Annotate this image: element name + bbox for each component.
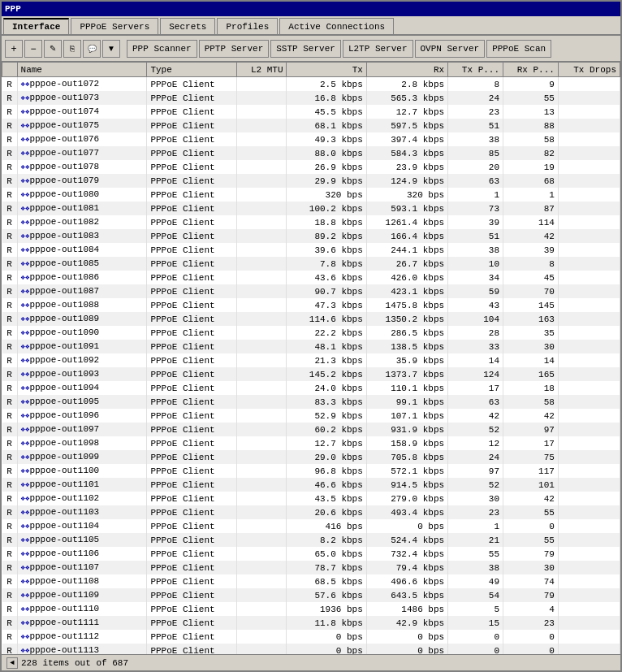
cell-tx: 22.2 kbps: [287, 326, 366, 340]
table-row[interactable]: R❖❖pppoe-out1072PPPoE Client2.5 kbps2.8 …: [2, 77, 620, 92]
cell-l2mtu: [237, 630, 287, 644]
table-row[interactable]: R❖❖pppoe-out1103PPPoE Client20.6 kbps493…: [2, 505, 620, 519]
tab-profiles[interactable]: Profiles: [217, 18, 278, 34]
table-row[interactable]: R❖❖pppoe-out1111PPPoE Client11.8 kbps42.…: [2, 616, 620, 630]
cell-rx: 423.1 kbps: [366, 284, 447, 298]
table-row[interactable]: R❖❖pppoe-out1086PPPoE Client43.6 kbps426…: [2, 271, 620, 284]
table-row[interactable]: R❖❖pppoe-out1074PPPoE Client45.5 kbps12.…: [2, 105, 620, 119]
table-row[interactable]: R❖❖pppoe-out1075PPPoE Client68.1 kbps597…: [2, 119, 620, 132]
table-row[interactable]: R❖❖pppoe-out1089PPPoE Client114.6 kbps13…: [2, 312, 620, 326]
remove-button[interactable]: −: [24, 40, 42, 58]
table-row[interactable]: R❖❖pppoe-out1109PPPoE Client57.6 kbps643…: [2, 588, 620, 602]
col-header-rx[interactable]: Rx: [366, 63, 447, 77]
table-row[interactable]: R❖❖pppoe-out1113PPPoE Client0 bps0 bps00: [2, 644, 620, 654]
cell-flag: R: [2, 616, 18, 630]
table-row[interactable]: R❖❖pppoe-out1095PPPoE Client83.3 kbps99.…: [2, 395, 620, 409]
table-row[interactable]: R❖❖pppoe-out1112PPPoE Client0 bps0 bps00: [2, 630, 620, 644]
col-header-name[interactable]: Name: [17, 63, 147, 77]
table-row[interactable]: R❖❖pppoe-out1104PPPoE Client416 bps0 bps…: [2, 519, 620, 533]
cell-l2mtu: [237, 547, 287, 561]
table-row[interactable]: R❖❖pppoe-out1090PPPoE Client22.2 kbps286…: [2, 326, 620, 340]
table-row[interactable]: R❖❖pppoe-out1077PPPoE Client88.0 kbps584…: [2, 146, 620, 160]
cell-name: ❖❖pppoe-out1106: [17, 547, 147, 561]
table-row[interactable]: R❖❖pppoe-out1101PPPoE Client46.6 kbps914…: [2, 478, 620, 492]
cell-flag: R: [2, 381, 18, 395]
table-row[interactable]: R❖❖pppoe-out1079PPPoE Client29.9 kbps124…: [2, 174, 620, 188]
cell-l2mtu: [237, 271, 287, 284]
table-row[interactable]: R❖❖pppoe-out1099PPPoE Client29.0 kbps705…: [2, 450, 620, 464]
table-row[interactable]: R❖❖pppoe-out1085PPPoE Client7.8 kbps26.7…: [2, 257, 620, 271]
table-row[interactable]: R❖❖pppoe-out1078PPPoE Client26.9 kbps23.…: [2, 160, 620, 174]
cell-flag: R: [2, 492, 18, 505]
sstp-server-button[interactable]: SSTP Server: [270, 40, 341, 58]
cell-name: ❖❖pppoe-out1109: [17, 588, 147, 602]
table-row[interactable]: R❖❖pppoe-out1105PPPoE Client8.2 kbps524.…: [2, 533, 620, 547]
table-row[interactable]: R❖❖pppoe-out1083PPPoE Client89.2 kbps166…: [2, 229, 620, 243]
table-row[interactable]: R❖❖pppoe-out1080PPPoE Client320 bps320 b…: [2, 188, 620, 202]
filter-button[interactable]: ▼: [102, 40, 120, 58]
table-row[interactable]: R❖❖pppoe-out1106PPPoE Client65.0 kbps732…: [2, 547, 620, 561]
cell-tx: 12.7 kbps: [287, 436, 366, 450]
col-header-txp[interactable]: Tx P...: [448, 63, 503, 77]
col-header-type[interactable]: Type: [147, 63, 237, 77]
col-header-flag[interactable]: [2, 63, 18, 77]
scroll-left-button[interactable]: ◄: [6, 657, 18, 669]
tab-active-connections[interactable]: Active Connections: [279, 18, 394, 34]
cell-txp: 0: [448, 644, 503, 654]
table-row[interactable]: R❖❖pppoe-out1091PPPoE Client48.1 kbps138…: [2, 340, 620, 353]
copy-button[interactable]: ⎘: [63, 40, 81, 58]
edit-button[interactable]: ✎: [44, 40, 62, 58]
table-row[interactable]: R❖❖pppoe-out1076PPPoE Client49.3 kbps397…: [2, 132, 620, 146]
col-header-txdrops[interactable]: Tx Drops: [558, 63, 620, 77]
cell-txp: 21: [448, 533, 503, 547]
table-row[interactable]: R❖❖pppoe-out1094PPPoE Client24.0 kbps110…: [2, 381, 620, 395]
cell-rxp: 68: [503, 174, 559, 188]
cell-type: PPPoE Client: [147, 353, 237, 367]
cell-name: ❖❖pppoe-out1101: [17, 478, 147, 492]
cell-tx: 100.2 kbps: [287, 202, 366, 215]
table-row[interactable]: R❖❖pppoe-out1098PPPoE Client12.7 kbps158…: [2, 436, 620, 450]
table-row[interactable]: R❖❖pppoe-out1097PPPoE Client60.2 kbps931…: [2, 423, 620, 436]
cell-l2mtu: [237, 644, 287, 654]
comment-button[interactable]: 💬: [83, 40, 101, 58]
cell-l2mtu: [237, 257, 287, 271]
tab-interface[interactable]: Interface: [3, 18, 69, 34]
table-row[interactable]: R❖❖pppoe-out1087PPPoE Client90.7 kbps423…: [2, 284, 620, 298]
l2tp-server-button[interactable]: L2TP Server: [343, 40, 413, 58]
table-row[interactable]: R❖❖pppoe-out1110PPPoE Client1936 bps1486…: [2, 602, 620, 616]
table-row[interactable]: R❖❖pppoe-out1096PPPoE Client52.9 kbps107…: [2, 409, 620, 423]
col-header-l2mtu[interactable]: L2 MTU: [237, 63, 287, 77]
ppp-scanner-button[interactable]: PPP Scanner: [127, 40, 197, 58]
table-row[interactable]: R❖❖pppoe-out1108PPPoE Client68.5 kbps496…: [2, 574, 620, 588]
table-row[interactable]: R❖❖pppoe-out1102PPPoE Client43.5 kbps279…: [2, 492, 620, 505]
cell-rxp: 8: [503, 257, 559, 271]
table-row[interactable]: R❖❖pppoe-out1093PPPoE Client145.2 kbps13…: [2, 367, 620, 381]
pppoe-scan-button[interactable]: PPPoE Scan: [486, 40, 551, 58]
table-row[interactable]: R❖❖pppoe-out1107PPPoE Client78.7 kbps79.…: [2, 561, 620, 574]
table-row[interactable]: R❖❖pppoe-out1081PPPoE Client100.2 kbps59…: [2, 202, 620, 215]
cell-name: ❖❖pppoe-out1090: [17, 326, 147, 340]
tab-secrets[interactable]: Secrets: [160, 18, 215, 34]
pptp-server-button[interactable]: PPTP Server: [199, 40, 270, 58]
cell-type: PPPoE Client: [147, 533, 237, 547]
ovpn-server-button[interactable]: OVPN Server: [415, 40, 486, 58]
cell-type: PPPoE Client: [147, 105, 237, 119]
table-row[interactable]: R❖❖pppoe-out1082PPPoE Client18.8 kbps126…: [2, 215, 620, 229]
cell-txdrops: [558, 616, 620, 630]
cell-rx: 524.4 kbps: [366, 533, 447, 547]
interface-table-container[interactable]: Name Type L2 MTU Tx Rx Tx P... Rx P... T…: [2, 62, 620, 654]
table-row[interactable]: R❖❖pppoe-out1088PPPoE Client47.3 kbps147…: [2, 298, 620, 312]
table-row[interactable]: R❖❖pppoe-out1084PPPoE Client39.6 kbps244…: [2, 243, 620, 257]
table-row[interactable]: R❖❖pppoe-out1092PPPoE Client21.3 kbps35.…: [2, 353, 620, 367]
cell-flag: R: [2, 160, 18, 174]
add-button[interactable]: +: [5, 40, 23, 58]
table-row[interactable]: R❖❖pppoe-out1073PPPoE Client16.8 kbps565…: [2, 91, 620, 105]
cell-l2mtu: [237, 588, 287, 602]
cell-l2mtu: [237, 340, 287, 353]
tab-pppoe-servers[interactable]: PPPoE Servers: [71, 18, 158, 34]
cell-rx: 397.4 kbps: [366, 132, 447, 146]
col-header-tx[interactable]: Tx: [287, 63, 366, 77]
table-row[interactable]: R❖❖pppoe-out1100PPPoE Client96.8 kbps572…: [2, 464, 620, 478]
col-header-rxp[interactable]: Rx P...: [503, 63, 559, 77]
cell-tx: 29.0 kbps: [287, 450, 366, 464]
